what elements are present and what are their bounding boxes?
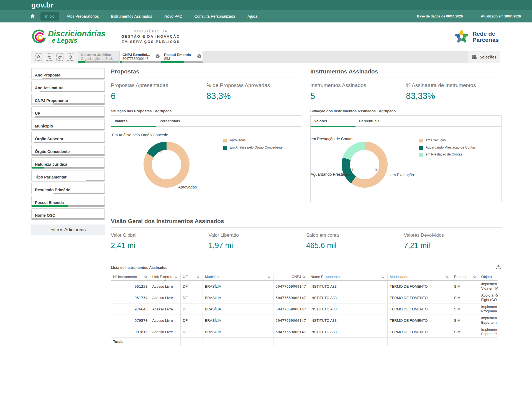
filter-nome-osc[interactable]: Nome OSC (31, 208, 105, 220)
instrumentos-chart-card: Valores Percentuais 1 1 3 em Prestação d… (310, 115, 502, 202)
chip-selection-bar (161, 61, 203, 63)
smart-search-button[interactable] (35, 53, 42, 61)
legend-item[interactable]: Aguardando Prestação de Contas (419, 146, 476, 150)
download-button[interactable] (495, 264, 502, 270)
selection-chip-cnpj[interactable]: CNPJ Benefici... 50477669000147 (119, 51, 161, 63)
app-title: Discricionárias e Legais (48, 30, 106, 44)
legend-swatch (223, 146, 227, 150)
step-forward-button[interactable] (56, 53, 63, 61)
clear-selections-button[interactable] (67, 53, 74, 61)
partner-star-icon (454, 29, 470, 45)
filter-ano-assinatura[interactable]: Ano Assinatura (31, 81, 105, 92)
tab-percentuais[interactable]: Percentuais (156, 116, 201, 126)
filter-ano-proposta[interactable]: Ano Proposta (31, 68, 105, 80)
updated-date-label: Atualizado em 10/04/2026 (481, 14, 521, 18)
nav-item-ajuda[interactable]: Ajuda (243, 12, 262, 21)
app-logo-swirl-icon (31, 29, 47, 45)
govbr-logo[interactable]: gov.br (31, 1, 54, 9)
col-link-externo[interactable]: Link Externo (150, 274, 180, 281)
col-modalidade[interactable]: Modalidade (387, 274, 452, 281)
chip-close-icon[interactable] (155, 54, 160, 58)
kpi-valor-liberado: Valor Liberado 1,97 mi (209, 233, 306, 250)
col-objeto[interactable]: Objeto (479, 274, 498, 281)
donut-callout: Aprovadas (178, 185, 197, 189)
table-row[interactable]: 976640 Acesso Livre DF BRASÍLIA 50477669… (111, 303, 498, 315)
filter-resultado-primario[interactable]: Resultado Primário (31, 183, 105, 194)
tab-valores[interactable]: Valores (111, 116, 156, 126)
col-cnpj[interactable]: CNPJ (273, 274, 308, 281)
donut-callout: Aguardando Prestaçã... (311, 172, 342, 177)
legend-item[interactable]: Em Análise pelo Órgão Concedente (223, 146, 283, 150)
nav-item-consulta-personalizada[interactable]: Consulta Personalizada (190, 12, 240, 21)
search-icon (446, 275, 449, 279)
instrumentos-donut-chart[interactable]: 1 1 3 (342, 142, 388, 188)
legend-swatch (419, 153, 423, 157)
additional-filters-button[interactable]: Filtros Adicionais (31, 224, 105, 235)
kpi-instrumentos-assinados: Instrumentos Assinados 5 (310, 82, 406, 101)
filter-cnpj-proponente[interactable]: CNPJ Proponente (31, 94, 105, 105)
nav-item-novo-pac[interactable]: Novo PAC (160, 12, 187, 21)
chip-selection-bar (120, 61, 161, 63)
filter-natureza-juridica[interactable]: Natureza Jurídica (31, 157, 105, 169)
ministry-label: MINISTÉRIO DA GESTÃO E DA INOVAÇÃO EM SE… (121, 29, 180, 44)
legend-swatch (419, 146, 423, 150)
header-divider (114, 30, 114, 44)
donut-value: 1 (352, 168, 354, 172)
chip-close-icon[interactable] (197, 54, 201, 58)
propostas-legend: Aprovadas Em Análise pelo Órgão Conceden… (223, 138, 283, 152)
col-municipio[interactable]: Município (203, 274, 273, 281)
legend-item[interactable]: em Prestação de Contas (419, 152, 476, 157)
propostas-donut-chart[interactable]: 1 5 (144, 142, 190, 188)
legend-swatch (223, 139, 227, 142)
col-num-instrumento[interactable]: Nº Instrumento (111, 274, 150, 281)
tab-valores[interactable]: Valores (311, 116, 355, 126)
selection-chip-natureza-juridica[interactable]: Natureza Jurídica Organização da Socieda… (78, 51, 119, 63)
table-row[interactable]: 961734 Acesso Livre DF BRASÍLIA 50477669… (111, 292, 498, 303)
legend-item[interactable]: em Execução (419, 138, 476, 143)
govbr-topbar: gov.br (0, 0, 532, 10)
donut-callout: Em Análise pelo Órgão Concede... (112, 133, 155, 137)
selection-tools (31, 51, 78, 63)
nav-item-inicio[interactable]: Início (40, 12, 59, 21)
partner-name: Rede de Parcerias (472, 31, 499, 43)
selections-button[interactable]: Seleções (468, 51, 500, 63)
propostas-section: Propostas Propostas Apresentadas 6 % de … (111, 68, 302, 202)
selections-grid-icon (472, 55, 477, 59)
content: Ano Proposta Ano Assinatura CNPJ Propone… (0, 63, 532, 346)
selection-chip-possui-emenda[interactable]: Possui Emenda SIM (161, 51, 203, 63)
filter-uf[interactable]: UF (31, 106, 105, 118)
donut-value: 1 (160, 149, 162, 153)
brand-header: Discricionárias e Legais MINISTÉRIO DA G… (0, 22, 532, 51)
filter-municipio[interactable]: Município (31, 119, 105, 131)
instrumentos-section: Instrumentos Assinados Instrumentos Assi… (310, 68, 502, 202)
filter-possui-emenda[interactable]: Possui Emenda (31, 196, 105, 207)
acesso-livre-link[interactable]: Acesso Livre (150, 281, 180, 292)
home-icon[interactable] (28, 13, 38, 19)
col-uf[interactable]: UF (180, 274, 203, 281)
filter-orgao-concedente[interactable]: Órgão Concedente (31, 145, 105, 156)
propostas-title: Propostas (111, 68, 302, 78)
acesso-livre-link[interactable]: Acesso Livre (150, 315, 180, 326)
nav-item-atos-preparatorios[interactable]: Atos Preparatórios (62, 12, 103, 21)
chip-selection-bar (78, 61, 119, 63)
acesso-livre-link[interactable]: Acesso Livre (150, 303, 180, 315)
legend-item[interactable]: Aprovadas (223, 138, 283, 143)
tab-percentuais[interactable]: Percentuais (355, 116, 400, 126)
filter-tipo-parlamentar[interactable]: Tipo Parlamentar (31, 170, 105, 182)
acesso-livre-link[interactable]: Acesso Livre (150, 326, 180, 338)
acesso-livre-link[interactable]: Acesso Livre (150, 292, 180, 303)
table-row[interactable]: 961230 Acesso Livre DF BRASÍLIA 50477669… (111, 281, 498, 292)
instrumentos-legend: em Execução Aguardando Prestação de Cont… (419, 138, 476, 160)
redo-icon (58, 55, 62, 59)
donut-value: 5 (172, 176, 173, 180)
nav-item-instrumentos-assinados[interactable]: Instrumentos Assinados (106, 12, 157, 21)
app-logo: Discricionárias e Legais (31, 29, 106, 45)
step-back-button[interactable] (46, 53, 53, 61)
table-row[interactable]: 987810 Acesso Livre DF BRASÍLIA 50477669… (111, 326, 498, 338)
col-emenda[interactable]: Emenda (452, 274, 479, 281)
filter-orgao-superior[interactable]: Órgão Superior (31, 132, 105, 143)
col-nome-proponente[interactable]: Nome Proponente (308, 274, 387, 281)
table-header-row: Nº Instrumento Link Externo UF Município… (111, 274, 498, 281)
clear-icon (68, 55, 73, 59)
table-row[interactable]: 979570 Acesso Livre DF BRASÍLIA 50477669… (111, 315, 498, 326)
